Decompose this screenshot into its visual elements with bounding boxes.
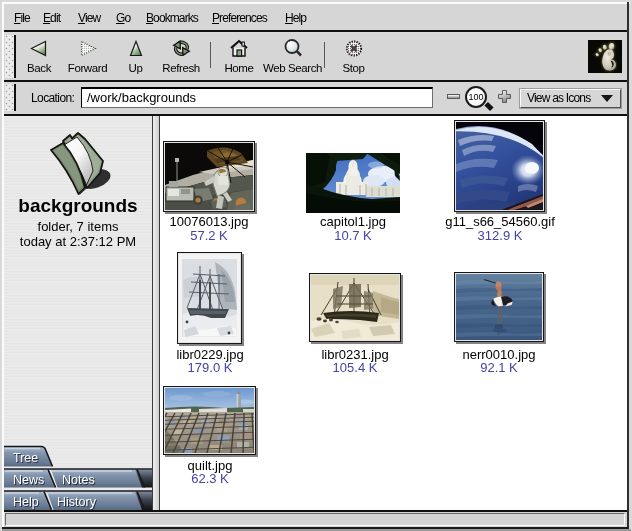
svg-text:News: News xyxy=(13,473,44,487)
svg-text:Help: Help xyxy=(13,495,39,509)
svg-text:Tree: Tree xyxy=(13,451,38,465)
svg-text:History: History xyxy=(57,495,97,509)
svg-text:Notes: Notes xyxy=(62,473,95,487)
